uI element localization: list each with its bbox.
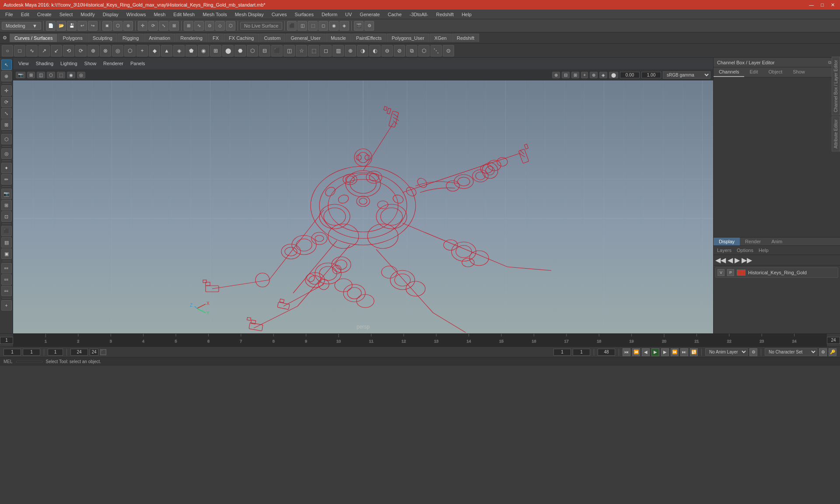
menu-help[interactable]: Help xyxy=(458,11,475,18)
tool-plus[interactable]: + xyxy=(136,45,148,56)
menu-modify[interactable]: Modify xyxy=(77,11,98,18)
grid-tool[interactable]: ⊞ xyxy=(1,200,12,210)
layer-prev-btn[interactable]: ◀◀ xyxy=(715,256,726,264)
menu-edit-mesh[interactable]: Edit Mesh xyxy=(170,11,198,18)
tool-geo13[interactable]: ☆ xyxy=(296,45,307,56)
vp-btn-cam[interactable]: 📷 xyxy=(16,72,25,78)
tool-geo2[interactable]: ▲ xyxy=(161,45,172,56)
tool-hex[interactable]: ⬡ xyxy=(124,45,136,56)
vp-menu-show[interactable]: Show xyxy=(82,60,99,66)
shelf-tab-custom[interactable]: Custom xyxy=(259,34,286,42)
vp-btn-xray[interactable]: ◉ xyxy=(67,72,75,78)
disp-q3[interactable]: ⬚ xyxy=(308,21,318,31)
close-button[interactable]: ✕ xyxy=(829,2,836,8)
tool-geo10[interactable]: ⊟ xyxy=(259,45,270,56)
menu-surfaces[interactable]: Surfaces xyxy=(291,11,317,18)
transport-prev-frame[interactable]: ◀ xyxy=(642,348,650,356)
shelf-tab-general-user[interactable]: General_User xyxy=(286,34,325,42)
vp-btn-extra1[interactable]: ⊕ xyxy=(552,72,560,78)
anim-layer-btn[interactable]: ⚙ xyxy=(749,348,757,356)
scale-tool[interactable]: ⤡ xyxy=(1,108,12,119)
shelf-tab-fx[interactable]: FX xyxy=(208,34,224,42)
lasso-btn[interactable]: ⬡ xyxy=(113,21,122,31)
new-scene-btn[interactable]: 📄 xyxy=(46,21,56,31)
shelf-settings-icon[interactable]: ⚙ xyxy=(0,34,9,42)
layer-playback-toggle[interactable]: P xyxy=(727,269,734,276)
tool-geo7[interactable]: ⬤ xyxy=(222,45,234,56)
mel-input-field[interactable] xyxy=(16,361,42,363)
paint-tool[interactable]: ✏ xyxy=(1,174,12,185)
vp-btn-extra7[interactable]: ⬤ xyxy=(609,72,618,78)
maximize-button[interactable]: □ xyxy=(819,2,826,8)
cb-float-btn[interactable]: ⧉ xyxy=(828,60,831,65)
anim-layer-dropdown[interactable]: No Anim Layer xyxy=(705,348,748,356)
mode-dropdown[interactable]: Modeling ▼ xyxy=(2,22,41,30)
disp-q6[interactable]: ◈ xyxy=(340,21,349,31)
viewport[interactable]: View Shading Lighting Show Renderer Pane… xyxy=(13,58,713,333)
vp-btn-shade[interactable]: ⬡ xyxy=(47,72,55,78)
tool-geo23[interactable]: ⬡ xyxy=(418,45,430,56)
open-scene-btn[interactable]: 📂 xyxy=(56,21,66,31)
soft-mod-tool[interactable]: ◎ xyxy=(1,148,12,159)
vp-btn-extra4[interactable]: + xyxy=(581,72,588,78)
layer-next-btn[interactable]: ▶ xyxy=(735,256,740,264)
snap-grid-btn[interactable]: ⊞ xyxy=(184,21,193,31)
tool-geo24[interactable]: ⋱ xyxy=(430,45,442,56)
tool-geo17[interactable]: ⊕ xyxy=(345,45,356,56)
tool-geo11[interactable]: ⬛ xyxy=(271,45,283,56)
timeline-ruler[interactable]: 1 2 3 4 5 6 7 8 9 10 11 12 13 14 15 16 1… xyxy=(13,334,827,346)
tool-circle[interactable]: ○ xyxy=(2,45,13,56)
playback-speed-field[interactable]: 24 xyxy=(70,349,88,356)
disp-q4[interactable]: ◻ xyxy=(318,21,328,31)
universal-manip-btn[interactable]: ⊞ xyxy=(169,21,179,31)
vp-menu-renderer[interactable]: Renderer xyxy=(101,60,126,66)
snap-curve-btn[interactable]: ∿ xyxy=(194,21,204,31)
title-bar-controls[interactable]: — □ ✕ xyxy=(807,2,836,8)
redo-btn[interactable]: ↪ xyxy=(88,21,98,31)
tool-arrow1[interactable]: ↗ xyxy=(38,45,50,56)
options-btn[interactable]: Options xyxy=(735,247,755,254)
paint-sel-tool[interactable]: ⊕ xyxy=(1,71,12,81)
camera-tool[interactable]: 📷 xyxy=(1,189,12,199)
misc-btn1[interactable]: ≡≡ xyxy=(1,263,12,273)
shelf-tab-curves-surfaces[interactable]: Curves / Surfaces xyxy=(10,34,57,42)
menu-cache[interactable]: Cache xyxy=(384,11,405,18)
tool-geo25[interactable]: ⊙ xyxy=(443,45,454,56)
layer-prev2-btn[interactable]: ◀ xyxy=(728,256,733,264)
dra-tab-anim[interactable]: Anim xyxy=(766,238,788,245)
measure-tool[interactable]: ⊡ xyxy=(1,211,12,222)
gamma-dropdown[interactable]: sRGB gamma Linear Raw xyxy=(663,71,710,79)
character-set-dropdown[interactable]: No Character Set xyxy=(765,348,817,356)
vp-menu-view[interactable]: View xyxy=(16,60,32,66)
tool-node2[interactable]: ⊗ xyxy=(100,45,111,56)
tool-geo21[interactable]: ⊘ xyxy=(394,45,405,56)
tool-arrow4[interactable]: ⟳ xyxy=(75,45,87,56)
menu-curves[interactable]: Curves xyxy=(268,11,290,18)
transport-next-key[interactable]: ⏩ xyxy=(671,348,679,356)
menu-windows[interactable]: Windows xyxy=(123,11,150,18)
menu-edit[interactable]: Edit xyxy=(18,11,33,18)
disp-q2[interactable]: ◫ xyxy=(298,21,307,31)
transport-loop[interactable]: 🔁 xyxy=(690,348,698,356)
rotate-tool[interactable]: ⟳ xyxy=(1,97,12,107)
vp-btn-extra6[interactable]: ◈ xyxy=(599,72,607,78)
character-set-btn[interactable]: ⚙ xyxy=(819,348,827,356)
vp-field2[interactable]: 1.00 xyxy=(641,72,661,78)
crease-tool[interactable]: ⬛ xyxy=(1,226,12,236)
shelf-tab-xgen[interactable]: XGen xyxy=(430,34,452,42)
tool-geo9[interactable]: ⬡ xyxy=(247,45,258,56)
paint-sel-btn[interactable]: ⊕ xyxy=(123,21,133,31)
pb-right-current[interactable]: 1 xyxy=(573,349,590,356)
tool-node3[interactable]: ◎ xyxy=(112,45,123,56)
playback-start-field[interactable]: 1 xyxy=(4,349,21,356)
cb-tab-edit[interactable]: Edit xyxy=(744,67,763,77)
tool-geo8[interactable]: ⬣ xyxy=(234,45,246,56)
tool-geo15[interactable]: ◻ xyxy=(320,45,332,56)
transport-goto-end[interactable]: ⏭ xyxy=(680,348,688,356)
misc-btn2[interactable]: ≡≡ xyxy=(1,274,12,285)
dra-tab-render[interactable]: Render xyxy=(740,238,766,245)
tool-geo22[interactable]: ⧉ xyxy=(406,45,417,56)
save-scene-btn[interactable]: 💾 xyxy=(67,21,77,31)
layer-next2-btn[interactable]: ▶▶ xyxy=(742,256,752,264)
snap-point-btn[interactable]: ⊙ xyxy=(205,21,214,31)
